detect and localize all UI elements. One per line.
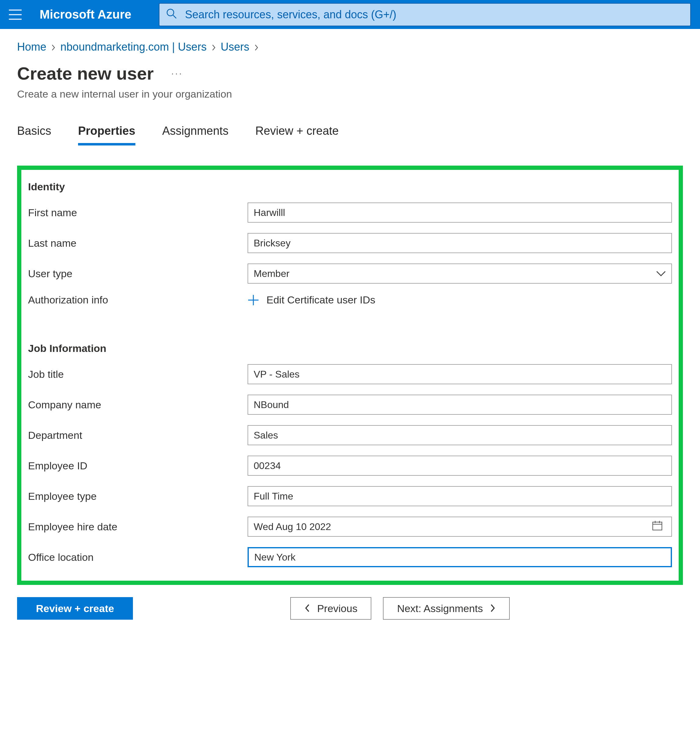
section-header-job-information: Job Information xyxy=(28,343,672,354)
wizard-footer: Review + create Previous Next: Assignmen… xyxy=(0,585,700,635)
office-location-value: New York xyxy=(254,552,295,563)
last-name-label: Last name xyxy=(28,237,248,249)
more-actions-button[interactable]: ··· xyxy=(168,66,186,81)
tab-assignments[interactable]: Assignments xyxy=(162,124,229,146)
employee-id-value: 00234 xyxy=(254,460,281,471)
chevron-right-icon xyxy=(50,41,57,53)
wizard-tabs: Basics Properties Assignments Review + c… xyxy=(17,124,683,146)
next-button-label: Next: Assignments xyxy=(397,603,483,615)
department-input[interactable]: Sales xyxy=(248,425,672,445)
first-name-label: First name xyxy=(28,207,248,219)
tab-properties[interactable]: Properties xyxy=(78,124,135,146)
breadcrumb: Home nboundmarketing.com | Users Users xyxy=(17,41,683,53)
user-type-select[interactable]: Member xyxy=(248,263,672,283)
page-title: Create new user xyxy=(17,63,154,84)
job-title-value: VP - Sales xyxy=(254,369,300,380)
department-label: Department xyxy=(28,429,248,441)
employee-type-label: Employee type xyxy=(28,490,248,502)
chevron-right-icon xyxy=(490,603,496,615)
breadcrumb-link-users[interactable]: Users xyxy=(221,41,249,53)
breadcrumb-link-tenant-users[interactable]: nboundmarketing.com | Users xyxy=(60,41,207,53)
employee-hire-date-input[interactable]: Wed Aug 10 2022 xyxy=(248,517,672,537)
chevron-right-icon xyxy=(210,41,217,53)
job-title-input[interactable]: VP - Sales xyxy=(248,364,672,384)
svg-line-4 xyxy=(173,15,176,18)
last-name-input[interactable]: Bricksey xyxy=(248,233,672,253)
employee-id-input[interactable]: 00234 xyxy=(248,455,672,476)
employee-type-value: Full Time xyxy=(254,491,293,502)
chevron-left-icon xyxy=(304,603,310,615)
section-header-identity: Identity xyxy=(28,181,672,193)
company-name-value: NBound xyxy=(254,399,289,410)
page-subtitle: Create a new internal user in your organ… xyxy=(17,88,683,100)
azure-topbar: Microsoft Azure Search resources, servic… xyxy=(0,0,700,29)
company-name-input[interactable]: NBound xyxy=(248,394,672,415)
employee-type-input[interactable]: Full Time xyxy=(248,486,672,506)
employee-hire-date-label: Employee hire date xyxy=(28,521,248,533)
employee-id-label: Employee ID xyxy=(28,460,248,472)
user-type-label: User type xyxy=(28,268,248,280)
previous-button-label: Previous xyxy=(317,603,357,615)
edit-certificate-user-ids-label: Edit Certificate user IDs xyxy=(266,294,375,306)
brand-label: Microsoft Azure xyxy=(30,8,150,21)
tab-review-create[interactable]: Review + create xyxy=(255,124,339,146)
office-location-input[interactable]: New York xyxy=(248,547,672,567)
calendar-icon xyxy=(652,520,663,534)
global-search-input[interactable]: Search resources, services, and docs (G+… xyxy=(159,3,691,26)
authorization-info-label: Authorization info xyxy=(28,294,248,306)
job-title-label: Job title xyxy=(28,368,248,380)
search-icon xyxy=(166,8,177,21)
properties-form-frame: Identity First name Harwilll Last name B… xyxy=(17,166,683,585)
review-create-button-label: Review + create xyxy=(36,603,114,615)
search-placeholder: Search resources, services, and docs (G+… xyxy=(185,8,396,21)
first-name-value: Harwilll xyxy=(254,207,285,218)
previous-button[interactable]: Previous xyxy=(290,597,371,620)
breadcrumb-link-home[interactable]: Home xyxy=(17,41,46,53)
edit-certificate-user-ids-button[interactable]: Edit Certificate user IDs xyxy=(248,294,375,306)
next-assignments-button[interactable]: Next: Assignments xyxy=(383,597,510,620)
svg-point-3 xyxy=(167,9,174,16)
first-name-input[interactable]: Harwilll xyxy=(248,202,672,222)
hamburger-icon xyxy=(9,9,22,20)
hamburger-menu-button[interactable] xyxy=(0,0,30,29)
last-name-value: Bricksey xyxy=(254,238,291,249)
user-type-value: Member xyxy=(254,268,289,279)
plus-icon xyxy=(248,294,259,306)
department-value: Sales xyxy=(254,430,278,441)
tab-basics[interactable]: Basics xyxy=(17,124,51,146)
review-create-button[interactable]: Review + create xyxy=(17,597,133,620)
chevron-down-icon xyxy=(656,268,666,279)
company-name-label: Company name xyxy=(28,399,248,411)
chevron-right-icon xyxy=(253,41,260,53)
svg-rect-7 xyxy=(653,522,662,530)
employee-hire-date-value: Wed Aug 10 2022 xyxy=(254,521,331,532)
office-location-label: Office location xyxy=(28,551,248,563)
